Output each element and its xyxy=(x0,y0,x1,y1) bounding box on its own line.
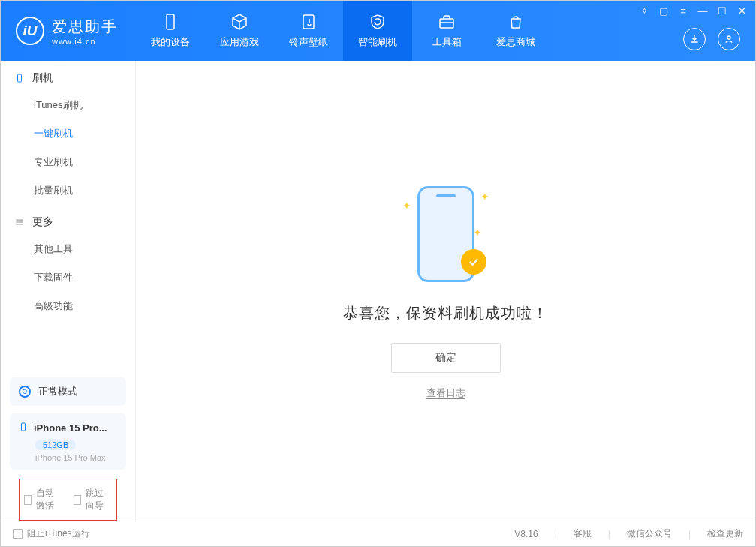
svg-rect-4 xyxy=(18,74,22,82)
wechat-link[interactable]: 微信公众号 xyxy=(627,527,672,540)
maximize-button[interactable]: ☐ xyxy=(716,5,728,17)
device-small-icon xyxy=(19,421,28,435)
device-mode-status[interactable]: 正常模式 xyxy=(10,377,126,406)
nav-toolbox[interactable]: 工具箱 xyxy=(412,1,481,61)
nav-label: 爱思商城 xyxy=(496,35,535,49)
checkbox-label: 自动激活 xyxy=(36,487,62,512)
sidebar-section-flash: 刷机 xyxy=(1,61,135,91)
bag-icon xyxy=(507,13,525,31)
auto-activate-checkbox[interactable]: 自动激活 xyxy=(24,487,63,512)
close-button[interactable]: ✕ xyxy=(736,5,748,17)
checkbox-icon xyxy=(74,495,81,505)
menu-icon[interactable]: ≡ xyxy=(677,5,689,17)
refresh-shield-icon xyxy=(369,13,387,31)
sidebar-item-other-tools[interactable]: 其他工具 xyxy=(1,235,135,263)
sidebar-item-oneclick-flash[interactable]: 一键刷机 xyxy=(1,119,135,148)
highlighted-options: 自动激活 跳过向导 xyxy=(19,479,117,521)
nav-my-device[interactable]: 我的设备 xyxy=(136,1,205,61)
version-label: V8.16 xyxy=(514,529,538,539)
device-icon xyxy=(161,13,179,31)
sidebar-item-pro-flash[interactable]: 专业刷机 xyxy=(1,148,135,176)
svg-rect-1 xyxy=(303,15,314,29)
storage-badge: 512GB xyxy=(35,440,76,450)
nav-store[interactable]: 爱思商城 xyxy=(481,1,550,61)
separator: | xyxy=(688,529,691,539)
user-icon xyxy=(723,33,735,45)
svg-rect-0 xyxy=(167,14,174,29)
app-logo: iU 爱思助手 www.i4.cn xyxy=(1,17,136,46)
more-icon xyxy=(14,217,25,227)
music-icon xyxy=(300,13,318,31)
sparkle-icon: ✦ xyxy=(402,200,411,212)
sidebar-item-download-firmware[interactable]: 下载固件 xyxy=(1,263,135,292)
cube-icon xyxy=(230,13,248,31)
sidebar-section-more: 更多 xyxy=(1,205,135,235)
checkbox-label: 阻止iTunes运行 xyxy=(27,527,90,540)
separator: | xyxy=(608,529,610,539)
nav-label: 智能刷机 xyxy=(358,35,397,49)
device-name: iPhone 15 Pro... xyxy=(34,422,107,434)
checkbox-icon xyxy=(13,529,23,539)
svg-rect-8 xyxy=(22,423,26,431)
success-check-icon xyxy=(461,249,486,275)
separator: | xyxy=(555,529,557,539)
skip-guide-checkbox[interactable]: 跳过向导 xyxy=(74,487,113,512)
theme-icon[interactable]: ✧ xyxy=(638,5,650,17)
logo-icon: iU xyxy=(16,17,44,45)
success-illustration: ✦ ✦ ✦ xyxy=(401,182,491,287)
brand-name: 爱思助手 xyxy=(52,17,118,37)
section-title-label: 刷机 xyxy=(32,71,53,85)
toolbox-icon xyxy=(438,13,456,31)
checkbox-label: 跳过向导 xyxy=(86,487,112,512)
nav-smart-flash[interactable]: 智能刷机 xyxy=(343,1,412,61)
checkbox-icon xyxy=(24,495,32,505)
success-message: 恭喜您，保资料刷机成功啦！ xyxy=(343,303,548,323)
view-log-link[interactable]: 查看日志 xyxy=(426,386,465,400)
minimize-button[interactable]: — xyxy=(697,5,709,17)
section-title-label: 更多 xyxy=(32,215,53,229)
sparkle-icon: ✦ xyxy=(480,191,489,203)
account-button[interactable] xyxy=(718,28,740,50)
nav-label: 应用游戏 xyxy=(220,35,259,49)
sidebar-item-advanced[interactable]: 高级功能 xyxy=(1,292,135,320)
nav-apps-games[interactable]: 应用游戏 xyxy=(205,1,274,61)
svg-rect-2 xyxy=(440,19,453,28)
nav-ringtone-wallpaper[interactable]: 铃声壁纸 xyxy=(274,1,343,61)
ok-button[interactable]: 确定 xyxy=(391,343,501,373)
check-update-link[interactable]: 检查更新 xyxy=(707,527,743,540)
download-icon xyxy=(688,33,700,45)
nav-label: 我的设备 xyxy=(151,35,190,49)
sidebar-item-batch-flash[interactable]: 批量刷机 xyxy=(1,176,135,205)
svg-point-3 xyxy=(727,36,730,39)
sidebar-item-itunes-flash[interactable]: iTunes刷机 xyxy=(1,91,135,119)
block-itunes-checkbox[interactable]: 阻止iTunes运行 xyxy=(13,527,90,540)
support-link[interactable]: 客服 xyxy=(574,527,592,540)
nav-label: 工具箱 xyxy=(432,35,462,49)
device-card[interactable]: iPhone 15 Pro... 512GB iPhone 15 Pro Max xyxy=(10,413,126,470)
nav-label: 铃声壁纸 xyxy=(289,35,328,49)
device-full-name: iPhone 15 Pro Max xyxy=(35,453,117,462)
status-label: 正常模式 xyxy=(38,385,77,398)
download-button[interactable] xyxy=(683,28,706,50)
phone-icon[interactable]: ▢ xyxy=(658,5,670,17)
brand-url: www.i4.cn xyxy=(52,37,118,46)
phone-small-icon xyxy=(14,73,25,83)
status-icon xyxy=(19,386,31,398)
